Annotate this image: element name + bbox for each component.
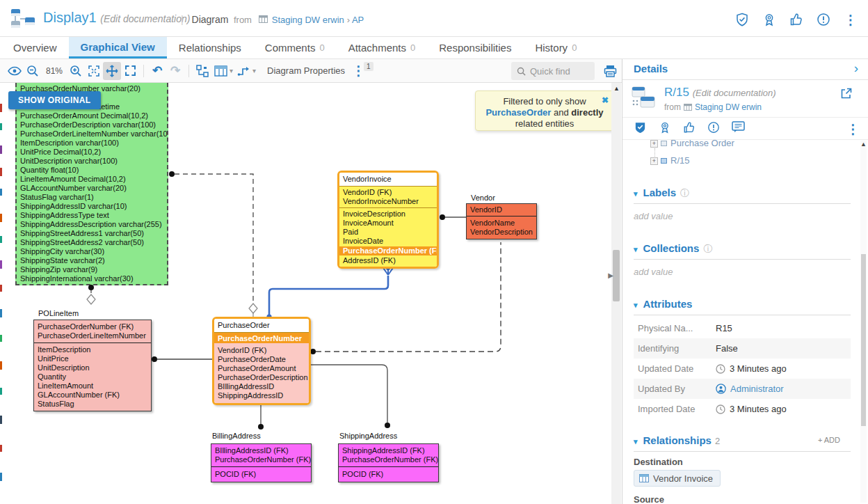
- redo-icon[interactable]: ↷: [166, 62, 184, 80]
- attr-row-imported-date: Imported Date 3 Minutes ago: [634, 399, 851, 419]
- entity-attribute-row: UnitPrice Decimal(10,2): [17, 148, 167, 157]
- open-external-icon[interactable]: [839, 87, 853, 103]
- fit-screen-icon[interactable]: [85, 62, 103, 80]
- updated-by-link[interactable]: Administrator: [730, 384, 784, 394]
- breadcrumb: | Diagram from Staging DW erwin › AP: [175, 14, 364, 25]
- print-icon[interactable]: [601, 62, 619, 80]
- section-collections[interactable]: ▾Collectionsⓘ: [634, 242, 712, 255]
- section-relationships[interactable]: ▾Relationships2: [634, 434, 720, 446]
- tab-comments[interactable]: Comments0: [253, 37, 337, 58]
- tab-overview[interactable]: Overview: [1, 37, 69, 58]
- entity-attribute-row: ShippingAddressID varchar(10): [17, 202, 167, 211]
- entity-title-polineitem: POLineItem: [38, 309, 79, 317]
- add-relationship-button[interactable]: + ADD: [818, 436, 840, 444]
- panel-collapse-handle-icon[interactable]: ▶: [608, 271, 613, 279]
- entity-attribute-row: GLAccountNumber varchar(20): [17, 184, 167, 193]
- highlighted-key-row[interactable]: PurchaseOrderNumber: [214, 332, 309, 343]
- edit-documentation-hint[interactable]: (Edit documentation): [693, 88, 776, 98]
- search-input[interactable]: Quick find: [511, 62, 595, 80]
- tab-relationships[interactable]: Relationships: [167, 37, 253, 58]
- verified-shield-icon[interactable]: [634, 120, 647, 136]
- collapse-panel-icon[interactable]: ›: [854, 61, 858, 76]
- table-view-icon[interactable]: [211, 62, 230, 80]
- entity-attribute-row: StatusFlag varchar(1): [17, 193, 167, 202]
- entity-merged-purchaseorder-green[interactable]: PurchaseOrderNumber varchar(20)VendorID …: [15, 83, 168, 285]
- tree-expand-icon[interactable]: +: [650, 157, 658, 165]
- scroll-up-icon[interactable]: ▲: [860, 141, 867, 148]
- tab-graphical-view[interactable]: Graphical View: [69, 37, 167, 58]
- chevron-down-icon[interactable]: ▾: [252, 67, 256, 74]
- entity-vendorinvoice[interactable]: VendorInvoice VendorID (FK)VendorInvoice…: [337, 171, 439, 269]
- marquee-select-icon[interactable]: [121, 62, 139, 80]
- tab-history[interactable]: History0: [523, 37, 588, 58]
- entity-polineitem[interactable]: PurchaseOrderNumber (FK)PurchaseOrderLin…: [33, 320, 152, 411]
- attr-row-updated-by: Updated By Administrator: [634, 379, 851, 399]
- close-icon[interactable]: ✖: [602, 95, 609, 106]
- scrollbar-thumb[interactable]: [613, 250, 620, 301]
- model-table-icon: [259, 15, 268, 23]
- destination-entity-chip[interactable]: Vendor Invoice: [634, 470, 721, 487]
- entity-key-row: PurchaseOrderNumber (FK): [34, 322, 151, 331]
- tab-attachments[interactable]: Attachments0: [337, 37, 428, 58]
- entity-attribute-row: ShippingState varchar(2): [17, 256, 167, 265]
- comment-icon[interactable]: [732, 121, 745, 136]
- breadcrumb-model-link[interactable]: Staging DW erwin: [272, 15, 344, 25]
- tree-item-r15[interactable]: +R/15: [650, 155, 689, 166]
- entity-key-row: PurchaseOrderLineItemNumber: [34, 331, 151, 340]
- details-action-bar: ⋮: [622, 117, 868, 140]
- more-kebab-icon[interactable]: ⋮: [843, 12, 858, 27]
- zoom-in-icon[interactable]: [67, 62, 85, 80]
- attr-row-identifying: IdentifyingFalse: [634, 338, 851, 359]
- entity-key-row: VendorID: [467, 205, 536, 214]
- award-icon[interactable]: [659, 121, 671, 136]
- undo-icon[interactable]: ↶: [148, 62, 166, 80]
- breadcrumb-area-link[interactable]: AP: [352, 15, 364, 25]
- diagram-properties-button[interactable]: Diagram Properties: [267, 65, 345, 76]
- connector-style-icon[interactable]: [234, 62, 252, 80]
- entity-shippingaddress[interactable]: ShippingAddressID (FK)PurchaseOrderNumbe…: [338, 443, 439, 482]
- like-icon[interactable]: [683, 121, 696, 136]
- source-model-link[interactable]: Staging DW erwin: [695, 102, 762, 112]
- entity-attribute-row: PurchaseOrderDescription varchar(100): [17, 120, 167, 129]
- entity-pair-icon: [631, 86, 657, 112]
- canvas-vertical-scrollbar[interactable]: ▲: [611, 83, 621, 504]
- entity-title-billingaddress: BillingAddress: [212, 432, 261, 440]
- tree-item-purchase-order[interactable]: +Purchase Order: [650, 138, 734, 148]
- clock-icon: [716, 404, 725, 414]
- details-scrollbar[interactable]: ▲: [860, 141, 867, 503]
- section-attributes[interactable]: ▾Attributes: [634, 298, 692, 310]
- entity-billingaddress[interactable]: BIllingAddressID (FK)PurchaseOrderNumber…: [211, 443, 312, 482]
- collections-add-value[interactable]: add value: [634, 267, 673, 277]
- labels-add-value[interactable]: add value: [634, 211, 673, 221]
- diagram-canvas[interactable]: PurchaseOrderNumber varchar(20)VendorID …: [0, 83, 622, 504]
- model-table-icon: [684, 104, 692, 111]
- zoom-out-icon[interactable]: [24, 62, 42, 80]
- chevron-down-icon: ▾: [634, 245, 638, 253]
- section-labels[interactable]: ▾Labelsⓘ: [634, 187, 689, 200]
- scrollbar-thumb[interactable]: [861, 254, 866, 426]
- entity-vendor[interactable]: VendorID VendorNameVendorDescription: [466, 203, 537, 239]
- pan-icon[interactable]: [103, 62, 121, 80]
- tab-responsibilities[interactable]: Responsibilities: [427, 37, 523, 58]
- show-original-button[interactable]: SHOW ORIGINAL: [8, 91, 101, 109]
- info-icon: ⓘ: [703, 244, 712, 254]
- highlighted-fk-row[interactable]: PurchaseOrderNumber (FK): [339, 246, 437, 255]
- filtered-entity-link[interactable]: PurchaseOrder: [485, 107, 551, 118]
- award-icon[interactable]: [762, 12, 777, 27]
- entity-purchaseorder[interactable]: PurchaseOrder PurchaseOrderNumber Vendor…: [212, 317, 311, 405]
- like-icon[interactable]: [789, 12, 804, 27]
- chevron-down-icon[interactable]: ▾: [230, 67, 233, 74]
- more-kebab-icon[interactable]: ⋮: [846, 123, 860, 136]
- alert-icon[interactable]: [707, 121, 720, 136]
- entity-attribute-row: GLAccountNumber (FK): [34, 391, 151, 400]
- scroll-up-icon[interactable]: ▲: [613, 85, 620, 92]
- entity-attribute-row: ShippingAddressDescription varchar(255): [17, 220, 167, 229]
- entity-key-row: VendorInvoiceNumber: [339, 197, 437, 206]
- eye-icon[interactable]: [6, 62, 24, 80]
- tree-expand-icon[interactable]: +: [650, 140, 658, 148]
- entity-attribute-row: VendorID (FK): [214, 346, 309, 355]
- entity-attribute-row: POCID (FK): [211, 470, 311, 479]
- verified-shield-icon[interactable]: [734, 12, 750, 27]
- alert-icon[interactable]: [816, 12, 831, 27]
- auto-layout-icon[interactable]: [193, 62, 211, 80]
